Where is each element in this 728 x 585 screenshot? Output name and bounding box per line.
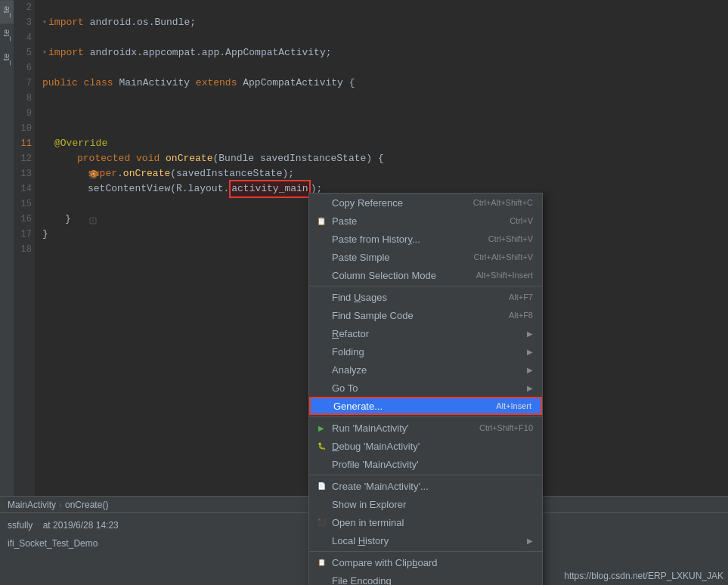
menu-sep-4 — [309, 551, 542, 552]
menu-item-file-encoding[interactable]: File Encoding — [309, 571, 542, 585]
breadcrumb-separator: › — [59, 497, 62, 512]
refactor-submenu-icon: ▶ — [527, 330, 533, 338]
code-line-10 — [42, 121, 720, 136]
menu-label-show-explorer: Show in Explorer — [332, 499, 406, 510]
fold-icon-12[interactable]: ▾ — [42, 154, 53, 163]
context-menu: Copy Reference Ctrl+Alt+Shift+C 📋 Paste … — [308, 193, 543, 585]
url-text: https://blog.csdn.net/ERP_LXKUN_JAK — [564, 571, 723, 581]
menu-item-compare-clipboard[interactable]: 📋 Compare with Clipboard — [309, 553, 542, 571]
menu-label-find-sample: Find Sample Code — [332, 310, 414, 321]
line11-gutter-icon[interactable]: ! — [42, 138, 53, 149]
debug-icon: 🐛 — [315, 440, 327, 452]
breadcrumb-item-1[interactable]: MainActivity — [8, 497, 56, 512]
create-icon: 📄 — [315, 480, 327, 492]
code-line-11: ! @Override — [42, 136, 720, 151]
menu-label-paste-history: Paste from History... — [332, 234, 420, 245]
menu-item-column-selection[interactable]: Column Selection Mode Alt+Shift+Insert — [309, 266, 542, 284]
menu-label-run: Run 'MainActivity' — [332, 422, 409, 434]
fold-icon-3[interactable]: ▾ — [42, 15, 47, 30]
menu-item-generate[interactable]: Generate... Alt+Insert — [309, 397, 542, 415]
menu-label-open-terminal: Open in terminal — [332, 517, 404, 528]
menu-label-folding: Folding — [332, 346, 364, 358]
menu-item-debug[interactable]: 🐛 Debug 'MainActivity' — [309, 437, 542, 455]
menu-shortcut-copy-ref: Ctrl+Alt+Shift+C — [473, 198, 533, 207]
code-line-9 — [42, 106, 720, 121]
menu-label-copy-ref: Copy Reference — [332, 197, 403, 209]
menu-item-profile[interactable]: Profile 'MainActivity' — [309, 455, 542, 473]
menu-sep-2 — [309, 416, 542, 417]
menu-label-column-selection: Column Selection Mode — [332, 270, 436, 281]
menu-label-find-usages: Find Usages — [332, 292, 387, 303]
menu-label-refactor: Refactor — [332, 328, 369, 339]
menu-label-analyze: Analyze — [332, 364, 367, 376]
menu-item-folding[interactable]: Folding ▶ — [309, 342, 542, 361]
menu-label-create: Create 'MainActivity'... — [332, 481, 429, 492]
menu-item-paste[interactable]: 📋 Paste Ctrl+V — [309, 212, 542, 230]
url-bar: https://blog.csdn.net/ERP_LXKUN_JAK — [559, 567, 728, 585]
menu-item-paste-history[interactable]: Paste from History... Ctrl+Shift+V — [309, 230, 542, 248]
menu-item-refactor[interactable]: Refactor ▶ — [309, 324, 542, 342]
activity-main-highlight: activity_main — [229, 180, 310, 198]
analyze-submenu-icon: ▶ — [527, 366, 533, 374]
menu-shortcut-paste-history: Ctrl+Shift+V — [488, 234, 533, 243]
code-line-7: public class MainActivity extends AppCom… — [42, 76, 720, 91]
menu-shortcut-paste-simple: Ctrl+Alt+Shift+V — [473, 252, 533, 262]
menu-item-goto[interactable]: Go To ▶ — [309, 379, 542, 397]
code-line-4 — [42, 30, 720, 45]
menu-item-paste-simple[interactable]: Paste Simple Ctrl+Alt+Shift+V — [309, 248, 542, 266]
folding-submenu-icon: ▶ — [527, 348, 533, 356]
menu-label-goto: Go To — [332, 382, 358, 394]
menu-item-local-history[interactable]: Local History ▶ — [309, 531, 542, 549]
menu-item-find-sample[interactable]: Find Sample Code Alt+F8 — [309, 306, 542, 324]
menu-shortcut-paste: Ctrl+V — [510, 216, 533, 225]
menu-shortcut-column-selection: Alt+Shift+Insert — [476, 271, 533, 280]
fold-icon-15[interactable] — [42, 200, 53, 209]
menu-label-file-encoding: File Encoding — [332, 575, 392, 586]
paste-icon: 📋 — [315, 215, 327, 227]
fold-icon-5[interactable]: ▾ — [42, 45, 47, 60]
menu-item-copy-ref[interactable]: Copy Reference Ctrl+Alt+Shift+C — [309, 193, 542, 212]
menu-sep-1 — [309, 286, 542, 286]
terminal-icon: ⬛ — [315, 516, 327, 528]
menu-item-open-terminal[interactable]: ⬛ Open in terminal — [309, 513, 542, 531]
breadcrumb-item-2[interactable]: onCreate() — [65, 497, 108, 512]
menu-shortcut-find-usages: Alt+F7 — [509, 292, 533, 302]
local-history-submenu-icon: ▶ — [527, 537, 533, 545]
menu-label-generate: Generate... — [333, 401, 383, 412]
compare-icon: 📋 — [315, 556, 327, 568]
code-line-2 — [42, 0, 720, 15]
run-icon: ▶ — [315, 422, 327, 434]
code-line-12: ▾ protected void onCreate (Bundle savedI… — [42, 151, 720, 166]
menu-shortcut-find-sample: Alt+F8 — [509, 311, 533, 320]
code-line-13: super . onCreate (savedInstanceState); — [42, 166, 720, 181]
code-line-8 — [42, 91, 720, 106]
menu-item-run[interactable]: ▶ Run 'MainActivity' Ctrl+Shift+F10 — [309, 419, 542, 437]
menu-item-create[interactable]: 📄 Create 'MainActivity'... — [309, 477, 542, 495]
menu-label-debug: Debug 'MainActivity' — [332, 441, 420, 452]
code-line-6 — [42, 60, 720, 76]
menu-label-paste: Paste — [332, 215, 357, 227]
menu-item-analyze[interactable]: Analyze ▶ — [309, 361, 542, 379]
menu-label-profile: Profile 'MainActivity' — [332, 459, 419, 470]
menu-item-show-explorer[interactable]: Show in Explorer — [309, 495, 542, 513]
goto-submenu-icon: ▶ — [527, 384, 533, 392]
menu-label-paste-simple: Paste Simple — [332, 252, 390, 263]
code-line-3: ▾ import android.os.Bundle; — [42, 15, 720, 30]
menu-shortcut-run: Ctrl+Shift+F10 — [479, 423, 533, 432]
code-line-5: ▾ import androidx.appcompat.app.AppCompa… — [42, 45, 720, 60]
menu-item-find-usages[interactable]: Find Usages Alt+F7 — [309, 288, 542, 306]
menu-sep-3 — [309, 475, 542, 475]
menu-label-local-history: Local History — [332, 535, 389, 546]
menu-label-compare-clipboard: Compare with Clipboard — [332, 557, 437, 568]
menu-shortcut-generate: Alt+Insert — [496, 401, 531, 410]
